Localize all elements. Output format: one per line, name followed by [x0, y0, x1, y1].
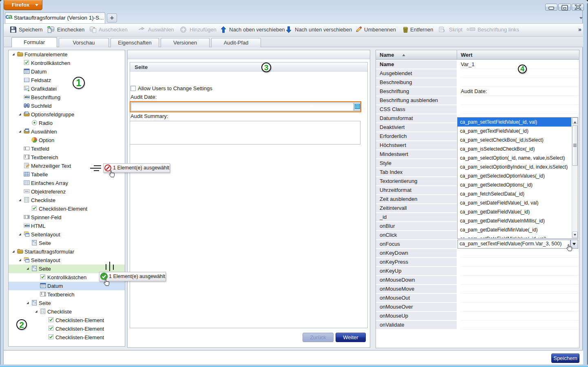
svg-text:abc: abc [24, 224, 30, 227]
svg-text:abc: abc [24, 95, 30, 99]
svg-text:a: a [466, 27, 469, 31]
